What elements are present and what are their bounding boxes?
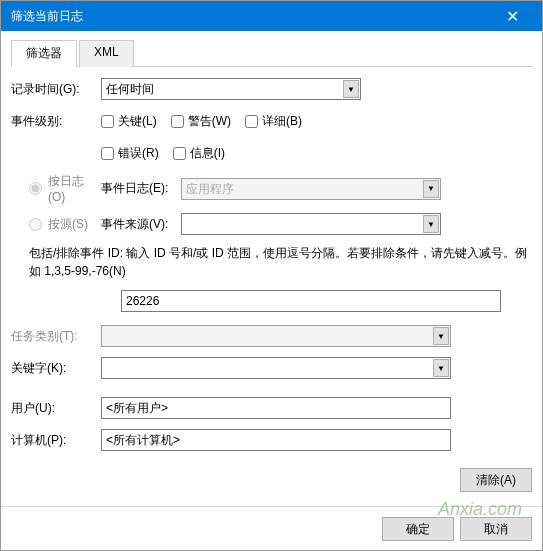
label-event-source: 事件来源(V):: [101, 216, 181, 233]
tab-xml[interactable]: XML: [79, 40, 134, 67]
event-id-input[interactable]: [121, 290, 501, 312]
label-event-level: 事件级别:: [11, 113, 101, 130]
close-icon[interactable]: ✕: [492, 7, 532, 26]
label-task-category: 任务类别(T):: [11, 328, 101, 345]
label-keywords: 关键字(K):: [11, 360, 101, 377]
dialog-footer: 确定 取消: [1, 506, 542, 551]
label-user: 用户(U):: [11, 400, 101, 417]
checkbox-warning[interactable]: 警告(W): [171, 113, 231, 130]
logged-time-select[interactable]: 任何时间: [101, 78, 361, 100]
label-computer: 计算机(P):: [11, 432, 101, 449]
tab-filter[interactable]: 筛选器: [11, 40, 77, 67]
checkbox-error[interactable]: 错误(R): [101, 145, 159, 162]
tab-bar: 筛选器 XML: [11, 39, 532, 67]
label-logged-time: 记录时间(G):: [11, 81, 101, 98]
label-event-log: 事件日志(E):: [101, 180, 181, 197]
clear-button[interactable]: 清除(A): [460, 468, 532, 492]
ok-button[interactable]: 确定: [382, 517, 454, 541]
help-text-event-id: 包括/排除事件 ID: 输入 ID 号和/或 ID 范围，使用逗号分隔。若要排除…: [29, 244, 532, 280]
event-source-select[interactable]: [181, 213, 441, 235]
titlebar: 筛选当前日志 ✕: [1, 1, 542, 31]
checkbox-information[interactable]: 信息(I): [173, 145, 225, 162]
cancel-button[interactable]: 取消: [460, 517, 532, 541]
keywords-select[interactable]: [101, 357, 451, 379]
window-title: 筛选当前日志: [11, 8, 492, 25]
computer-input[interactable]: [101, 429, 451, 451]
radio-by-source: 按源(S): [29, 216, 101, 233]
checkbox-critical[interactable]: 关键(L): [101, 113, 157, 130]
radio-by-log: 按日志(O): [29, 173, 101, 204]
user-input[interactable]: [101, 397, 451, 419]
event-log-select: 应用程序: [181, 178, 441, 200]
task-category-select: [101, 325, 451, 347]
checkbox-verbose[interactable]: 详细(B): [245, 113, 302, 130]
